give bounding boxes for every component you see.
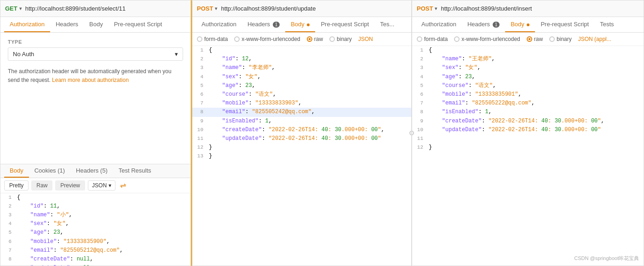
auth-learn-more-link[interactable]: Learn more about authorization bbox=[52, 77, 129, 83]
bottom-tab-headers[interactable]: Headers (5) bbox=[70, 164, 113, 178]
line-content: "age": 23, bbox=[207, 81, 255, 90]
right-radio-row: form-data x-www-form-urlencoded raw bina… bbox=[412, 33, 644, 46]
line-content: "sex": "女", bbox=[427, 64, 481, 72]
radio-binary-label-r: binary bbox=[557, 36, 572, 42]
bottom-tab-cookies[interactable]: Cookies (1) bbox=[29, 164, 70, 178]
tab-prerequest-left[interactable]: Pre-request Script bbox=[109, 17, 168, 32]
radio-urlencoded-circle bbox=[234, 36, 240, 42]
line-content: { bbox=[427, 46, 432, 55]
middle-radio-row: form-data x-www-form-urlencoded raw bina… bbox=[192, 33, 411, 46]
left-url-input[interactable] bbox=[25, 5, 186, 12]
line-number: 9 bbox=[412, 117, 427, 126]
tab-prerequest-right[interactable]: Pre-request Script bbox=[535, 17, 594, 32]
line-content: } bbox=[207, 143, 212, 152]
line-content: "createDate": null, bbox=[15, 255, 93, 264]
code-line: 6 "mobile": "13333835900", bbox=[0, 237, 190, 246]
pretty-button[interactable]: Pretty bbox=[4, 180, 29, 191]
line-content: "email": "825505242@qq.com", bbox=[207, 108, 315, 116]
tab-tests-middle[interactable]: Tes... bbox=[374, 17, 400, 32]
line-content: "age": 23, bbox=[427, 73, 475, 81]
middle-panel: POST ▾ Authorization Headers 1 Body Pre-… bbox=[191, 0, 412, 266]
right-url-input[interactable] bbox=[441, 5, 639, 12]
line-content: "updateDate": "2022-02-26T14: 40: 30.000… bbox=[427, 126, 601, 134]
radio-formdata-circle bbox=[197, 36, 202, 42]
tab-authorization-left[interactable]: Authorization bbox=[4, 17, 50, 32]
line-number: 5 bbox=[192, 81, 207, 90]
radio-binary-middle[interactable]: binary bbox=[329, 36, 352, 42]
middle-method-badge[interactable]: POST ▾ bbox=[197, 5, 217, 12]
line-number: 12 bbox=[412, 143, 427, 152]
code-line: 5 "age": 23, bbox=[0, 228, 190, 237]
tab-prerequest-middle[interactable]: Pre-request Script bbox=[315, 17, 374, 32]
format-select[interactable]: JSON ▾ bbox=[88, 180, 115, 191]
code-line: 2 "id": 12, bbox=[192, 55, 411, 64]
radio-formdata-right[interactable]: form-data bbox=[417, 36, 448, 42]
line-content: "createDate": "2022-02-26T14: 40: 30.000… bbox=[207, 126, 385, 134]
tab-headers-right[interactable]: Headers 1 bbox=[462, 17, 505, 32]
line-content: { bbox=[207, 46, 212, 55]
line-number: 1 bbox=[0, 193, 15, 202]
radio-urlencoded-middle[interactable]: x-www-form-urlencoded bbox=[234, 36, 300, 42]
radio-json-right[interactable]: JSON (appl... bbox=[578, 36, 611, 42]
right-method-badge[interactable]: POST ▾ bbox=[417, 5, 437, 12]
radio-urlencoded-label: x-www-form-urlencoded bbox=[242, 36, 300, 42]
line-content: "name": "王老师", bbox=[427, 55, 495, 64]
radio-formdata-label-r: form-data bbox=[424, 36, 448, 42]
code-line: 4 "age": 23, bbox=[412, 73, 644, 81]
middle-url-input[interactable] bbox=[221, 5, 407, 12]
auth-type-select[interactable]: No Auth ▾ bbox=[8, 47, 183, 61]
tab-body-middle[interactable]: Body bbox=[285, 17, 315, 32]
code-line: 3 "sex": "女", bbox=[412, 64, 644, 72]
code-line: 3 "name": "李老师", bbox=[192, 64, 411, 72]
line-number: 3 bbox=[0, 211, 15, 220]
wrap-icon[interactable]: ⇌ bbox=[120, 181, 126, 190]
line-content: { bbox=[15, 193, 20, 202]
radio-formdata-middle[interactable]: form-data bbox=[197, 36, 228, 42]
tab-authorization-right[interactable]: Authorization bbox=[416, 17, 462, 32]
bottom-tab-testresults[interactable]: Test Results bbox=[113, 164, 157, 178]
bottom-tab-body[interactable]: Body bbox=[4, 164, 29, 178]
format-arrow: ▾ bbox=[109, 182, 111, 189]
radio-urlencoded-circle-r bbox=[454, 36, 460, 42]
auth-type-arrow: ▾ bbox=[175, 51, 178, 58]
line-content: "createDate": "2022-02-26T14: 40: 30.000… bbox=[427, 117, 604, 126]
tab-tests-right[interactable]: Tests bbox=[594, 17, 619, 32]
radio-formdata-circle-r bbox=[417, 36, 422, 42]
tab-headers-left[interactable]: Headers bbox=[50, 17, 84, 32]
line-number: 1 bbox=[192, 46, 207, 55]
code-line: 1{ bbox=[0, 193, 190, 202]
preview-button[interactable]: Preview bbox=[55, 180, 85, 191]
left-bottom-tabs: Body Cookies (1) Headers (5) Test Result… bbox=[0, 164, 190, 178]
line-content: "id": 12, bbox=[207, 55, 252, 64]
code-line: 13} bbox=[192, 152, 411, 161]
line-content: "isEnabled": 1, bbox=[207, 117, 272, 126]
watermark: CSDN @springboot咔花宝典 bbox=[574, 255, 639, 262]
tab-body-right[interactable]: Body bbox=[505, 17, 535, 32]
radio-binary-right[interactable]: binary bbox=[549, 36, 572, 42]
line-number: 6 bbox=[0, 237, 15, 246]
radio-binary-circle-r bbox=[549, 36, 555, 42]
radio-binary-circle bbox=[329, 36, 335, 42]
right-code-area[interactable]: 1{2 "name": "王老师",3 "sex": "女",4 "age": … bbox=[412, 46, 644, 266]
radio-json-middle[interactable]: JSON bbox=[358, 36, 373, 42]
tab-body-left[interactable]: Body bbox=[84, 17, 109, 32]
auth-content: TYPE No Auth ▾ The authorization header … bbox=[0, 33, 190, 91]
left-code-area[interactable]: 1{2 "id": 11,3 "name": "小",4 "sex": "女",… bbox=[0, 193, 190, 266]
line-content: "email": "825505222@qq.com", bbox=[427, 99, 535, 108]
tab-headers-middle[interactable]: Headers 1 bbox=[242, 17, 285, 32]
left-method-badge[interactable]: GET ▾ bbox=[5, 5, 22, 12]
line-content: } bbox=[427, 143, 432, 152]
line-number: 6 bbox=[192, 90, 207, 99]
middle-code-area[interactable]: 1{2 "id": 12,3 "name": "李老师",4 "sex": "女… bbox=[192, 46, 411, 266]
type-label: TYPE bbox=[8, 39, 183, 45]
tab-authorization-middle[interactable]: Authorization bbox=[196, 17, 242, 32]
radio-raw-middle[interactable]: raw bbox=[307, 36, 323, 42]
left-toolbar: Pretty Raw Preview JSON ▾ ⇌ bbox=[0, 178, 190, 193]
raw-button[interactable]: Raw bbox=[31, 180, 52, 191]
code-line: 7 "mobile": "13333833903", bbox=[192, 99, 411, 108]
radio-raw-right[interactable]: raw bbox=[527, 36, 543, 42]
code-line: 8 "isEnabled": 1, bbox=[412, 108, 644, 116]
radio-urlencoded-right[interactable]: x-www-form-urlencoded bbox=[454, 36, 520, 42]
code-line: 8 "email": "825505242@qq.com", bbox=[192, 108, 411, 116]
line-content: "course": "语文", bbox=[427, 81, 496, 90]
